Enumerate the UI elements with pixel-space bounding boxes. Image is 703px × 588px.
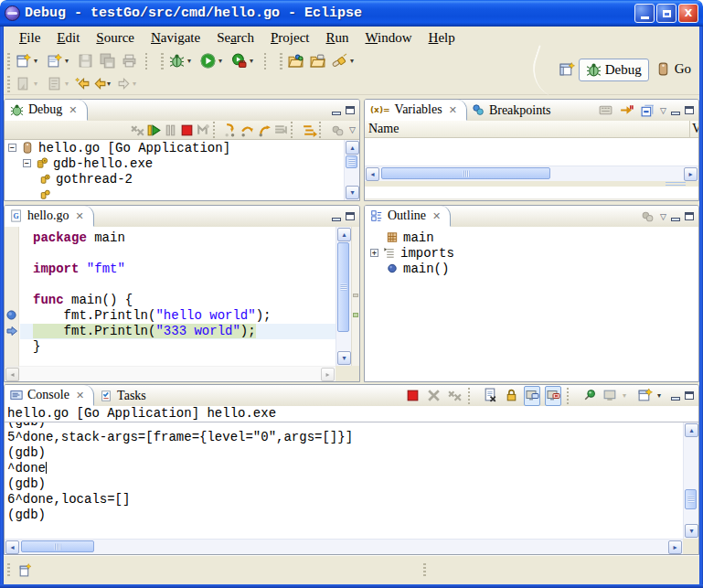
minimize-view-icon[interactable]: [332, 112, 341, 115]
column-name[interactable]: Name: [365, 121, 689, 137]
tree-expander[interactable]: −: [8, 144, 16, 152]
maximize-view-icon[interactable]: [346, 106, 355, 114]
menu-file[interactable]: File: [11, 28, 48, 48]
menu-help[interactable]: Help: [421, 28, 463, 48]
view-menu-icon[interactable]: ▽: [660, 106, 666, 115]
editor-gutter[interactable]: [5, 227, 19, 381]
resume-icon[interactable]: [145, 120, 162, 140]
outline-item-label[interactable]: imports: [400, 246, 454, 261]
menu-source[interactable]: Source: [88, 28, 143, 48]
show-on-stderr-icon[interactable]: [545, 386, 561, 406]
step-return-icon[interactable]: [256, 120, 272, 140]
debug-dropdown[interactable]: ▾: [187, 57, 197, 65]
close-tab-icon[interactable]: ✕: [449, 104, 457, 116]
close-tab-icon[interactable]: ✕: [76, 390, 84, 401]
tab-console[interactable]: Console✕: [5, 385, 94, 406]
terminate-icon[interactable]: [178, 120, 195, 140]
code-area[interactable]: package main import "fmt" func main() { …: [20, 227, 336, 366]
scroll-left-icon[interactable]: ◂: [366, 167, 379, 181]
close-tab-icon[interactable]: ✕: [69, 104, 77, 116]
console-text-area[interactable]: (gdb) 5^done,stack-args=[frame={level="0…: [5, 422, 683, 539]
search-dropdown[interactable]: ▾: [350, 57, 359, 65]
minimize-button[interactable]: [634, 4, 655, 23]
external-tools-dropdown[interactable]: ▾: [250, 57, 259, 65]
menu-project[interactable]: Project: [262, 28, 318, 48]
collapse-all-icon[interactable]: [639, 101, 655, 121]
step-over-icon[interactable]: [240, 120, 256, 140]
minimize-view-icon[interactable]: [671, 397, 680, 401]
tab-variables[interactable]: (x)= Variables✕: [365, 100, 467, 121]
scroll-up-icon[interactable]: ▴: [346, 141, 359, 155]
run-dropdown[interactable]: ▾: [218, 57, 228, 65]
tree-expander[interactable]: −: [23, 159, 31, 167]
scroll-down-icon[interactable]: ▾: [685, 524, 698, 538]
view-menu-icon[interactable]: ▽: [349, 125, 356, 134]
back-icon[interactable]: [91, 74, 107, 94]
export-icon[interactable]: [306, 51, 328, 71]
close-tab-icon[interactable]: ✕: [76, 210, 84, 222]
tab-breakpoints[interactable]: Breakpoints: [467, 100, 560, 121]
scroll-up-icon[interactable]: ▴: [337, 228, 351, 241]
debug-icon[interactable]: [165, 51, 187, 71]
scroll-right-icon[interactable]: ▸: [684, 167, 698, 181]
minimize-view-icon[interactable]: [671, 218, 680, 221]
tree-expander[interactable]: +: [370, 249, 378, 257]
search-icon[interactable]: [328, 51, 350, 71]
import-icon[interactable]: [284, 51, 306, 71]
menu-search[interactable]: Search: [208, 28, 262, 48]
open-console-dropdown[interactable]: ▾: [657, 391, 666, 400]
maximize-view-icon[interactable]: [346, 212, 355, 220]
menu-edit[interactable]: Edit: [48, 28, 88, 48]
menu-navigate[interactable]: Navigate: [143, 28, 208, 48]
close-tab-icon[interactable]: ✕: [432, 210, 441, 222]
variables-hscrollbar[interactable]: ◂ ▸: [365, 166, 698, 181]
maximize-view-icon[interactable]: [685, 391, 694, 400]
close-button[interactable]: X: [678, 4, 698, 23]
step-into-icon[interactable]: [223, 120, 240, 140]
tab-tasks[interactable]: Tasks: [94, 385, 155, 406]
back-dropdown[interactable]: ▾: [107, 80, 116, 88]
terminate-icon[interactable]: [404, 386, 421, 406]
perspective-go-button[interactable]: Go: [649, 59, 698, 80]
maximize-view-icon[interactable]: [685, 106, 694, 114]
new-wizard-dropdown[interactable]: ▾: [34, 57, 43, 65]
menu-run[interactable]: Run: [318, 28, 357, 48]
tab-outline[interactable]: Outline✕: [365, 206, 451, 227]
console-vscrollbar[interactable]: ▴ ▾: [683, 422, 698, 539]
show-on-stdout-icon[interactable]: [524, 386, 540, 406]
outline-item-label[interactable]: main(): [403, 262, 449, 276]
column-value[interactable]: V: [689, 121, 698, 137]
tree-item-label[interactable]: gothread-2: [56, 172, 133, 187]
scroll-lock-icon[interactable]: [503, 386, 519, 406]
run-icon[interactable]: [197, 51, 218, 71]
view-menu-icon[interactable]: ▽: [660, 212, 666, 221]
external-tools-icon[interactable]: [228, 51, 250, 71]
scroll-up-icon[interactable]: ▴: [685, 423, 698, 437]
title-bar[interactable]: Debug - testGo/src/cmd/hello.go - Eclips…: [0, 0, 703, 27]
tab-hello-go[interactable]: G hello.go✕: [5, 206, 94, 227]
debug-scrollbar[interactable]: ▴ ▾: [344, 140, 359, 200]
open-console-icon[interactable]: [636, 386, 653, 406]
perspective-debug-button[interactable]: Debug: [579, 59, 649, 81]
maximize-button[interactable]: [656, 4, 676, 23]
maximize-view-icon[interactable]: [685, 212, 694, 220]
minimize-view-icon[interactable]: [332, 218, 341, 221]
new-go-element-dropdown[interactable]: ▾: [65, 57, 74, 65]
clear-console-icon[interactable]: [482, 386, 498, 406]
scroll-left-icon[interactable]: ◂: [5, 540, 19, 554]
tree-item-label[interactable]: gdb-hello.exe: [53, 156, 153, 171]
pin-console-icon[interactable]: [581, 386, 597, 406]
minimize-view-icon[interactable]: [671, 112, 680, 115]
console-hscrollbar[interactable]: ◂ ▸: [5, 539, 683, 554]
use-step-filters-icon[interactable]: [301, 120, 317, 140]
scroll-down-icon[interactable]: ▾: [337, 351, 351, 365]
scroll-down-icon[interactable]: ▾: [346, 186, 359, 199]
new-go-element-icon[interactable]: [43, 51, 65, 71]
tree-item-label[interactable]: hello.go [Go Application]: [38, 141, 230, 155]
menu-window[interactable]: Window: [357, 28, 421, 48]
editor-vscrollbar[interactable]: ▴ ▾: [336, 227, 351, 366]
scroll-right-icon[interactable]: ▸: [668, 540, 682, 554]
new-wizard-icon[interactable]: [12, 51, 34, 71]
fast-view-icon[interactable]: [14, 561, 36, 581]
outline-item-label[interactable]: main: [403, 230, 434, 245]
